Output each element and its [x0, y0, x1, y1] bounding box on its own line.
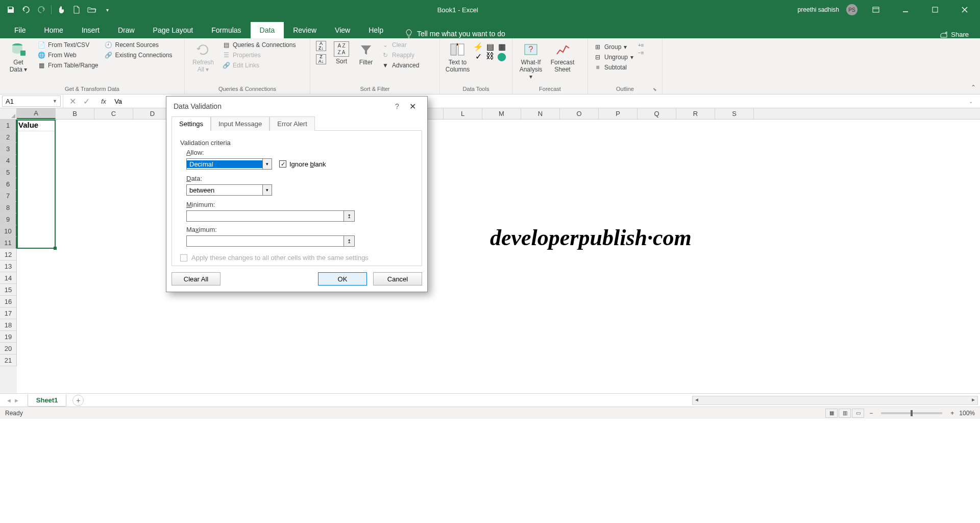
ignore-blank-checkbox[interactable]: ✓ Ignore blank [279, 160, 326, 168]
row-header[interactable]: 18 [0, 319, 17, 331]
close-window-icon[interactable] [953, 0, 976, 19]
row-header[interactable]: 7 [0, 190, 17, 202]
cancel-formula-icon[interactable]: ✕ [69, 97, 76, 106]
from-table-range-button[interactable]: ▦From Table/Range [36, 61, 100, 70]
relationships-icon[interactable]: ⛓ [486, 52, 494, 60]
sheet-nav-next-icon[interactable]: ► [14, 397, 19, 403]
column-header[interactable]: P [599, 108, 638, 119]
get-data-button[interactable]: GetData ▾ [4, 40, 33, 74]
sort-za-button[interactable]: ZA↓ [314, 54, 328, 65]
ungroup-button[interactable]: ⊟Ungroup ▾ [592, 53, 635, 62]
column-header[interactable]: A [17, 108, 56, 119]
row-header[interactable]: 1 [0, 120, 17, 131]
tab-help[interactable]: Help [359, 22, 393, 38]
row-header[interactable]: 4 [0, 155, 17, 167]
tab-draw[interactable]: Draw [109, 22, 144, 38]
recent-sources-button[interactable]: 🕘Recent Sources [103, 40, 174, 50]
minimum-input[interactable] [186, 210, 344, 222]
normal-view-icon[interactable]: ▦ [825, 409, 838, 418]
row-header[interactable]: 19 [0, 331, 17, 343]
advanced-filter-button[interactable]: ▼Advanced [380, 61, 421, 70]
zoom-in-icon[interactable]: + [950, 410, 954, 417]
row-header[interactable]: 12 [0, 249, 17, 260]
queries-connections-button[interactable]: ▤Queries & Connections [220, 40, 297, 50]
data-select[interactable]: between ▾ [186, 184, 272, 196]
data-dropdown-icon[interactable]: ▾ [262, 185, 272, 195]
forecast-sheet-button[interactable]: ForecastSheet [548, 40, 577, 74]
dialog-tab-input-message[interactable]: Input Message [211, 116, 270, 131]
row-header[interactable]: 16 [0, 296, 17, 307]
row-header[interactable]: 14 [0, 272, 17, 284]
qat-customize-icon[interactable]: ▾ [101, 3, 114, 16]
clear-all-button[interactable]: Clear All [172, 272, 220, 286]
refresh-all-button[interactable]: RefreshAll ▾ [189, 40, 217, 74]
tell-me-search[interactable]: Tell me what you want to do [400, 29, 510, 38]
row-header[interactable]: 10 [0, 225, 17, 237]
open-folder-icon[interactable] [85, 3, 99, 16]
allow-select[interactable]: Decimal ▾ [186, 158, 272, 170]
collapse-ribbon-icon[interactable]: ⌃ [971, 84, 976, 91]
row-header[interactable]: 17 [0, 307, 17, 319]
sheet-nav-prev-icon[interactable]: ◄ [6, 397, 12, 403]
row-header[interactable]: 6 [0, 178, 17, 190]
maximum-range-picker-icon[interactable]: ↥ [344, 235, 355, 247]
column-header[interactable]: N [521, 108, 560, 119]
dialog-titlebar[interactable]: Data Validation ? ✕ [166, 97, 427, 116]
from-text-csv-button[interactable]: 📄From Text/CSV [36, 40, 100, 50]
column-header[interactable]: C [94, 108, 133, 119]
column-header[interactable]: S [715, 108, 754, 119]
column-header[interactable]: M [482, 108, 521, 119]
expand-formula-bar-icon[interactable]: ⌄ [969, 99, 977, 104]
ok-button[interactable]: OK [318, 272, 367, 286]
enter-formula-icon[interactable]: ✓ [83, 97, 90, 106]
tab-insert[interactable]: Insert [72, 22, 109, 38]
page-layout-view-icon[interactable]: ▥ [839, 409, 851, 418]
name-box-dropdown-icon[interactable]: ▼ [53, 99, 57, 104]
minimize-icon[interactable] [894, 0, 917, 19]
column-header[interactable]: R [676, 108, 715, 119]
row-header[interactable]: 2 [0, 131, 17, 143]
group-rows-button[interactable]: ⊞Group ▾ [592, 42, 635, 52]
text-to-columns-button[interactable]: Text toColumns [444, 40, 471, 74]
filter-button[interactable]: Filter [355, 40, 377, 67]
add-sheet-button[interactable]: + [72, 395, 84, 406]
zoom-level[interactable]: 100% [959, 410, 975, 417]
data-model-icon[interactable]: ⬤ [498, 52, 506, 60]
tab-review[interactable]: Review [284, 22, 326, 38]
redo-icon[interactable] [35, 3, 48, 16]
column-header[interactable]: L [444, 108, 482, 119]
sort-button[interactable]: A ZZ A Sort [331, 40, 352, 66]
tab-view[interactable]: View [326, 22, 359, 38]
user-name[interactable]: preethi sadhish [798, 6, 839, 13]
flash-fill-icon[interactable]: ⚡ [474, 42, 482, 51]
tab-data[interactable]: Data [251, 22, 284, 38]
fx-icon[interactable]: fx [96, 98, 111, 105]
remove-duplicates-icon[interactable]: ▤ [486, 42, 494, 51]
fill-handle[interactable] [54, 247, 57, 250]
row-header[interactable]: 8 [0, 202, 17, 213]
dialog-help-icon[interactable]: ? [389, 102, 405, 110]
column-header[interactable]: O [560, 108, 599, 119]
cells-area[interactable]: Value [17, 120, 980, 393]
zoom-slider[interactable] [881, 412, 942, 414]
page-break-view-icon[interactable]: ▭ [852, 409, 864, 418]
hide-detail-icon[interactable]: −≡ [638, 50, 644, 56]
dialog-tab-error-alert[interactable]: Error Alert [270, 116, 315, 131]
row-header[interactable]: 11 [0, 237, 17, 249]
existing-connections-button[interactable]: 🔗Existing Connections [103, 51, 174, 60]
dialog-close-icon[interactable]: ✕ [405, 102, 420, 111]
user-avatar[interactable]: PS [846, 4, 857, 15]
column-header[interactable]: B [56, 108, 94, 119]
tab-formulas[interactable]: Formulas [202, 22, 250, 38]
share-button[interactable]: Share [940, 31, 975, 38]
row-header[interactable]: 20 [0, 343, 17, 354]
what-if-button[interactable]: ? What-IfAnalysis ▾ [517, 40, 545, 81]
row-header[interactable]: 13 [0, 260, 17, 272]
tab-file[interactable]: File [5, 22, 35, 38]
consolidate-icon[interactable]: ▦ [498, 42, 506, 51]
zoom-out-icon[interactable]: − [869, 410, 873, 417]
subtotal-button[interactable]: ≡Subtotal [592, 63, 635, 72]
undo-icon[interactable] [19, 3, 33, 16]
maximum-input[interactable] [186, 235, 344, 247]
data-validation-icon[interactable]: ✓ [474, 52, 482, 60]
